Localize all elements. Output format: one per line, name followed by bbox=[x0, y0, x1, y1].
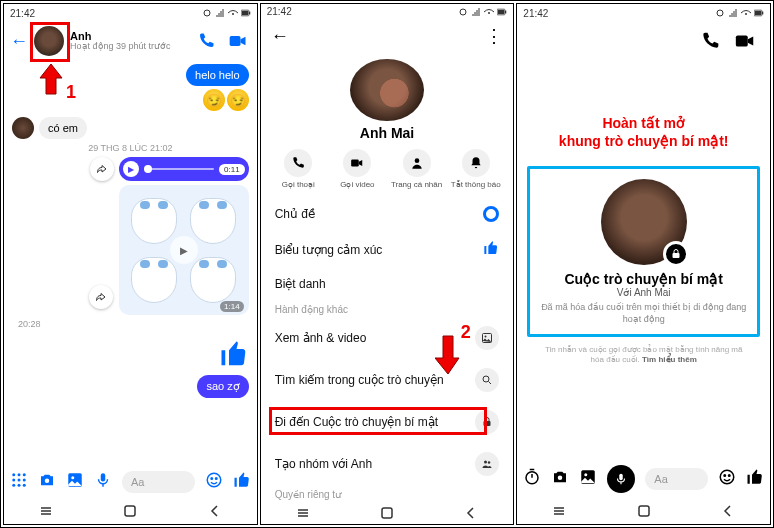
nav-home-icon[interactable] bbox=[121, 502, 139, 520]
mic-icon[interactable] bbox=[607, 465, 635, 493]
like-icon[interactable] bbox=[746, 468, 764, 490]
svg-rect-26 bbox=[498, 9, 504, 13]
video-icon[interactable] bbox=[734, 30, 756, 56]
mic-icon[interactable] bbox=[94, 471, 112, 493]
composer: Aa bbox=[4, 466, 257, 498]
smirk-emoji: 😏 bbox=[203, 89, 225, 111]
camera-icon[interactable] bbox=[551, 468, 569, 490]
action-call[interactable]: Gọi thoại bbox=[269, 149, 328, 189]
secret-title: Cuộc trò chuyện bí mật bbox=[540, 271, 747, 287]
screen-secret: 21:42 Hoàn tất mở khung trò chuyện bí mậ… bbox=[516, 3, 771, 525]
video-icon[interactable] bbox=[225, 28, 251, 54]
annotation-num-1: 1 bbox=[66, 82, 76, 103]
annotation-box-2 bbox=[269, 407, 487, 435]
svg-point-51 bbox=[729, 475, 731, 477]
message-input[interactable]: Aa bbox=[122, 471, 195, 493]
settings-header: ← ⋮ bbox=[261, 19, 514, 53]
nav-back-icon[interactable] bbox=[462, 504, 480, 522]
apps-icon[interactable] bbox=[10, 471, 28, 493]
call-icon[interactable] bbox=[700, 31, 720, 55]
voice-track[interactable] bbox=[144, 168, 214, 170]
svg-point-50 bbox=[724, 475, 726, 477]
thumb-icon bbox=[483, 240, 499, 259]
svg-point-23 bbox=[460, 9, 466, 15]
annotation-arrow-1 bbox=[38, 62, 64, 96]
action-profile[interactable]: Trang cá nhân bbox=[387, 149, 446, 189]
back-icon[interactable]: ← bbox=[271, 26, 289, 47]
back-icon[interactable]: ← bbox=[10, 31, 28, 52]
svg-point-38 bbox=[745, 13, 747, 15]
svg-rect-43 bbox=[672, 253, 679, 258]
svg-point-12 bbox=[12, 484, 15, 487]
avatar-wrap bbox=[601, 179, 687, 265]
nav-menu-icon[interactable] bbox=[294, 504, 312, 522]
svg-rect-41 bbox=[762, 12, 763, 15]
play-video-icon[interactable]: ▶ bbox=[170, 236, 198, 264]
screen-chat: 21:42 ← Anh Hoạt động 39 phút trước 1 he… bbox=[3, 3, 258, 525]
svg-point-10 bbox=[18, 479, 21, 482]
voice-msg: ▶ 0:11 bbox=[90, 157, 249, 181]
nav-back-icon[interactable] bbox=[719, 502, 737, 520]
share-icon[interactable] bbox=[89, 285, 113, 309]
emoji-reactions: 😏 😏 bbox=[203, 89, 249, 111]
action-row: Gọi thoại Gọi video Trang cá nhân Tắt th… bbox=[261, 149, 514, 197]
svg-point-20 bbox=[211, 478, 213, 480]
footnote: Tin nhắn và cuộc gọi được bảo mật bằng t… bbox=[517, 343, 770, 368]
call-icon[interactable] bbox=[193, 28, 219, 54]
emoji-icon[interactable] bbox=[718, 468, 736, 490]
nav-menu-icon[interactable] bbox=[37, 502, 55, 520]
svg-point-13 bbox=[18, 484, 21, 487]
menu-nickname[interactable]: Biệt danh bbox=[261, 268, 514, 300]
gallery-icon[interactable] bbox=[579, 468, 597, 490]
profile-avatar[interactable] bbox=[350, 59, 424, 121]
svg-point-31 bbox=[485, 336, 487, 338]
svg-point-11 bbox=[23, 479, 26, 482]
timer-icon[interactable] bbox=[523, 468, 541, 490]
status-time: 21:42 bbox=[267, 6, 292, 17]
svg-point-0 bbox=[204, 10, 210, 16]
video-duration: 1:14 bbox=[220, 301, 244, 312]
emoji-icon[interactable] bbox=[205, 471, 223, 493]
contact-title[interactable]: Anh Hoạt động 39 phút trước bbox=[70, 30, 187, 52]
learn-more-link[interactable]: Tìm hiểu thêm bbox=[642, 355, 697, 364]
search-icon bbox=[475, 368, 499, 392]
nav-menu-icon[interactable] bbox=[550, 502, 568, 520]
like-icon[interactable] bbox=[233, 471, 251, 493]
svg-point-7 bbox=[18, 473, 21, 476]
svg-rect-3 bbox=[241, 11, 247, 15]
sticker-video[interactable]: ▶ 1:14 bbox=[119, 185, 249, 315]
composer: Aa bbox=[517, 460, 770, 498]
voice-bar[interactable]: ▶ 0:11 bbox=[119, 157, 249, 181]
gallery-icon[interactable] bbox=[66, 471, 84, 493]
action-mute[interactable]: Tắt thông báo bbox=[446, 149, 505, 189]
play-icon[interactable]: ▶ bbox=[123, 161, 139, 177]
svg-rect-36 bbox=[382, 508, 392, 518]
menu-emoji[interactable]: Biểu tượng cảm xúc bbox=[261, 231, 514, 268]
phone-icon bbox=[284, 149, 312, 177]
menu-theme[interactable]: Chủ đề bbox=[261, 197, 514, 231]
share-icon[interactable] bbox=[90, 157, 114, 181]
svg-point-49 bbox=[720, 470, 734, 484]
message-input[interactable]: Aa bbox=[645, 468, 708, 490]
svg-point-15 bbox=[45, 479, 50, 484]
nav-back-icon[interactable] bbox=[206, 502, 224, 520]
annotation-box-1 bbox=[30, 22, 70, 62]
menu-search[interactable]: Tìm kiếm trong cuộc trò chuyện bbox=[261, 359, 514, 401]
svg-point-1 bbox=[232, 13, 234, 15]
annotation-num-2: 2 bbox=[461, 322, 471, 343]
image-icon bbox=[475, 326, 499, 350]
menu-media[interactable]: Xem ảnh & video bbox=[261, 317, 514, 359]
camera-icon[interactable] bbox=[38, 471, 56, 493]
svg-rect-48 bbox=[620, 474, 624, 480]
svg-rect-42 bbox=[736, 36, 748, 47]
nav-home-icon[interactable] bbox=[378, 504, 396, 522]
nav-home-icon[interactable] bbox=[635, 502, 653, 520]
more-icon[interactable]: ⋮ bbox=[485, 25, 503, 47]
svg-rect-22 bbox=[125, 506, 135, 516]
annotation-arrow-2 bbox=[435, 334, 461, 376]
action-video[interactable]: Gọi video bbox=[328, 149, 387, 189]
status-bar: 21:42 bbox=[517, 4, 770, 22]
svg-point-9 bbox=[12, 479, 15, 482]
theme-icon bbox=[483, 206, 499, 222]
menu-group[interactable]: Tạo nhóm với Anh bbox=[261, 443, 514, 485]
